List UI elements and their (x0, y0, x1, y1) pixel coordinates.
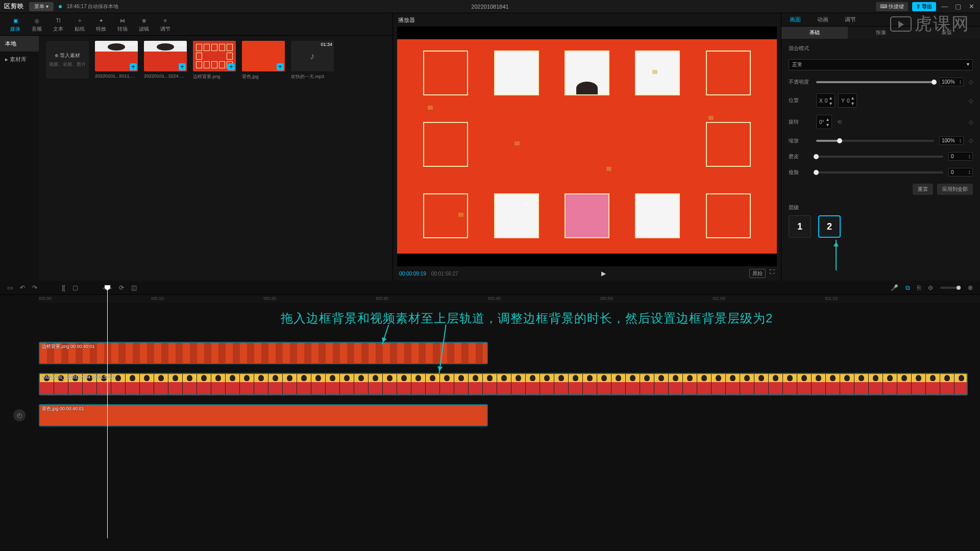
media-icon: ▣ (11, 16, 19, 24)
add-clip-icon[interactable]: + (130, 63, 137, 70)
import-media-button[interactable]: ⊕ 导入素材 视频、音频、图片 (46, 41, 89, 79)
autosave-indicator-icon (59, 5, 62, 8)
timeline: ▭ ↶ ↷ ][ ▢ ◁▷ ⟳ ◫ 🎤 ⧉ ⎘ ⊖ ⊕ I00:00 I00:1… (0, 281, 980, 551)
shortcut-button[interactable]: ⌨ 快捷键 (876, 2, 908, 11)
clip-border[interactable]: 边框背景.png 00:00:40:01 (39, 342, 488, 364)
media-tab-adjust[interactable]: ≡调节 (160, 15, 170, 35)
transition-icon: ⋈ (118, 16, 127, 24)
sidebar-item-local[interactable]: 本地 (0, 36, 39, 52)
play-button-icon[interactable]: ▶ (601, 270, 606, 277)
whiten-value[interactable]: 0▴▾ (948, 168, 973, 177)
preview-ratio-button[interactable]: 原始 (749, 269, 766, 278)
clip-video[interactable]: 20220101_115011.mp4 00:01:56:27 document… (39, 373, 968, 395)
window-close-icon[interactable]: ✕ (967, 3, 976, 10)
scale-keyframe-icon[interactable]: ◇ (969, 137, 973, 144)
preview-title: 播放器 (393, 13, 781, 27)
insp-tab-anim[interactable]: 动画 (809, 13, 837, 26)
adjust-icon: ≡ (161, 16, 169, 24)
inspector-panel: 画面 动画 调节 基础 抠像 蒙版 混合模式 正常▾ 不透明度 100%▴▾ ◇… (781, 13, 980, 281)
media-thumb[interactable]: 01:57+ 20220101...5011.mp4 (95, 41, 138, 80)
media-tab-filter[interactable]: ⊗滤镜 (139, 15, 149, 35)
insp-subtab-basic[interactable]: 基础 (781, 27, 848, 39)
preview-controls: 00:00:09:19 00:01:56:27 ▶ 原始 ⛶ (393, 266, 781, 281)
sidebar-item-library[interactable]: ▸ 素材库 (0, 52, 39, 67)
layer-2-button[interactable]: 2 (818, 215, 841, 238)
titlebar: 区剪映 菜单 ▾ 18:46:17 自动保存本地 202201081841 ⌨ … (0, 0, 980, 13)
text-icon: TI (54, 16, 62, 24)
scale-label: 缩放 (789, 137, 811, 144)
media-sidebar: 本地 ▸ 素材库 (0, 36, 39, 281)
annotation-arrow-layer-icon (836, 240, 837, 270)
playhead[interactable] (107, 288, 108, 538)
add-clip-icon[interactable]: + (277, 63, 284, 70)
project-title: 202201081841 (471, 4, 508, 10)
rotation-input[interactable]: 0°▴▾ (816, 115, 832, 129)
smooth-slider[interactable] (816, 156, 943, 158)
layer-1-button[interactable]: 1 (789, 215, 811, 238)
track-toggle-icon[interactable]: ◴ (13, 409, 26, 421)
opacity-value[interactable]: 100%▴▾ (939, 78, 964, 86)
tool-undo-icon[interactable]: ↶ (20, 284, 25, 291)
app-logo: 区剪映 (4, 2, 24, 11)
media-thumb[interactable]: 01:55+ 20220101...3224.mp4 (144, 41, 187, 80)
opacity-keyframe-icon[interactable]: ◇ (969, 79, 973, 85)
tool-delete-icon[interactable]: ▢ (72, 284, 78, 291)
blend-mode-label: 混合模式 (789, 45, 811, 52)
audio-icon: ◎ (33, 16, 41, 24)
effect-icon: ✦ (97, 16, 105, 24)
tool-zoom-out-icon[interactable]: ⊖ (928, 284, 933, 291)
position-y-input[interactable]: Y 0▴▾ (838, 93, 857, 108)
cursor-icon: ↖ (525, 201, 530, 208)
add-clip-icon[interactable]: + (228, 63, 235, 70)
export-button[interactable]: ⇧ 导出 (912, 2, 936, 11)
tool-select-icon[interactable]: ▭ (7, 284, 13, 291)
preview-current-time: 00:00:09:19 (399, 271, 426, 277)
scale-slider[interactable] (816, 140, 934, 142)
apply-all-button[interactable]: 应用到全部 (937, 184, 973, 195)
tool-zoom-in-icon[interactable]: ⊕ (968, 284, 973, 291)
media-tab-media[interactable]: ▣媒体 (10, 15, 20, 35)
media-tab-effect[interactable]: ✦特效 (96, 15, 106, 35)
window-maximize-icon[interactable]: ▢ (953, 3, 963, 10)
clip-color[interactable]: 背色.jpg 00:00:40:01 (39, 404, 488, 427)
add-clip-icon[interactable]: + (179, 63, 186, 70)
rotation-keyframe-icon[interactable]: ◇ (969, 119, 973, 126)
tool-split-icon[interactable]: ][ (62, 284, 65, 291)
menu-button[interactable]: 菜单 ▾ (29, 2, 54, 11)
preview-canvas[interactable]: ↖ (397, 27, 777, 266)
media-thumb[interactable]: + 背色.jpg (242, 41, 285, 80)
media-tab-sticker[interactable]: ✧贴纸 (75, 15, 85, 35)
media-thumb[interactable]: ♪01:34 欢快的一天.mp3 (291, 41, 334, 80)
smooth-value[interactable]: 0▴▾ (948, 152, 973, 161)
rotation-reset-icon[interactable]: ⟲ (837, 119, 842, 126)
timeline-ruler[interactable]: I00:00 I00:10 I00:20 I00:30 I00:40 I00:5… (39, 295, 980, 303)
watermark: 虎课网 (890, 12, 970, 36)
media-thumb[interactable]: + 边框背景.png (193, 41, 236, 80)
tool-link-icon[interactable]: ⎘ (917, 284, 921, 291)
scale-value[interactable]: 100%▴▾ (939, 136, 964, 145)
media-tab-audio[interactable]: ◎音频 (32, 15, 42, 35)
preview-fullscreen-icon[interactable]: ⛶ (770, 269, 775, 278)
tool-rotate-icon[interactable]: ⟳ (119, 284, 124, 291)
preview-panel: 播放器 ↖ (393, 13, 781, 281)
media-tab-text[interactable]: TI文本 (53, 15, 63, 35)
track-overlay-1: 20220101_115011.mp4 00:01:56:27 document… (0, 370, 980, 398)
tool-redo-icon[interactable]: ↷ (32, 284, 37, 291)
reset-button[interactable]: 重置 (913, 184, 933, 195)
track-main: ◴ 背色.jpg 00:00:40:01 (0, 401, 980, 429)
position-x-input[interactable]: X 0▴▾ (816, 93, 835, 108)
tool-mic-icon[interactable]: 🎤 (891, 284, 898, 291)
insp-tab-picture[interactable]: 画面 (781, 13, 809, 26)
media-tab-transition[interactable]: ⋈转场 (117, 15, 128, 35)
whiten-slider[interactable] (816, 171, 943, 173)
insp-tab-adjust[interactable]: 调节 (837, 13, 864, 26)
track-overlay-2: 边框背景.png 00:00:40:01 (0, 339, 980, 367)
opacity-slider[interactable] (816, 81, 934, 83)
blend-mode-select[interactable]: 正常▾ (789, 59, 973, 70)
tool-crop-icon[interactable]: ◫ (131, 284, 137, 291)
position-keyframe-icon[interactable]: ◇ (969, 97, 973, 104)
rotation-label: 旋转 (789, 118, 811, 126)
window-minimize-icon[interactable]: — (940, 3, 949, 10)
sticker-icon: ✧ (76, 16, 84, 24)
tool-magnet-icon[interactable]: ⧉ (905, 284, 910, 291)
